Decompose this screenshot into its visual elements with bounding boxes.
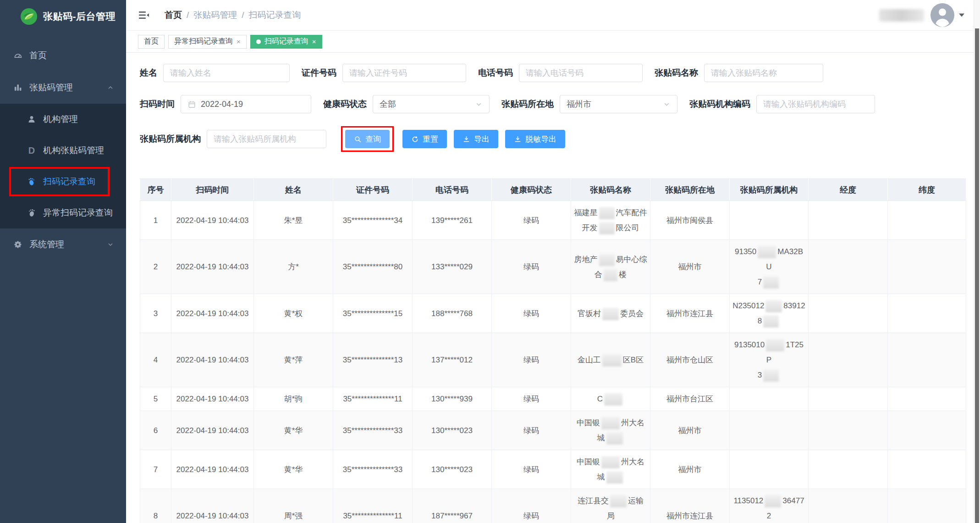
cell-org_code: [730, 450, 809, 489]
top-navbar: 首页/张贴码管理/扫码记录查询: [126, 0, 980, 31]
cell-lng: [809, 387, 888, 411]
cell-no: 4: [140, 333, 171, 387]
脱敏导出-button[interactable]: 脱敏导出: [505, 130, 565, 148]
select-健康码状态[interactable]: 全部: [373, 95, 490, 113]
col-header-org_code: 张贴码所属机构: [730, 179, 809, 201]
table-row: 72022-04-19 10:44:03黄*华35**************3…: [140, 450, 966, 489]
chevron-down-icon: [663, 100, 671, 108]
sidebar-item-system-mgmt[interactable]: 系统管理: [0, 228, 126, 261]
cell-location: 福州市连江县: [650, 294, 730, 333]
导出-button[interactable]: 导出: [454, 130, 498, 148]
cell-org_code: [730, 201, 809, 240]
input-张贴码所属机构[interactable]: 请输入张贴码所属机构: [207, 130, 326, 148]
cell-time: 2022-04-19 10:44:03: [171, 201, 254, 240]
user-area[interactable]: [879, 3, 964, 27]
tag-首页[interactable]: 首页: [138, 35, 165, 49]
重置-button[interactable]: 重置: [402, 130, 447, 148]
input-姓名[interactable]: 请输入姓名: [163, 64, 290, 82]
filter-label: 张贴码所在地: [501, 98, 554, 110]
sidebar-item-label: 系统管理: [29, 239, 64, 250]
sidebar-item-org-code-mgmt[interactable]: D机构张贴码管理: [0, 135, 126, 166]
sidebar: 张贴码-后台管理 首页张贴码管理机构管理D机构张贴码管理扫码记录查询异常扫码记录…: [0, 0, 126, 523]
sidebar-collapse-icon[interactable]: [138, 10, 151, 21]
col-header-cert: 证件号码: [333, 179, 413, 201]
breadcrumb-separator: /: [187, 10, 189, 20]
close-icon[interactable]: ×: [237, 38, 241, 45]
action-buttons: 查询重置导出脱敏导出: [338, 126, 565, 152]
col-header-lat: 纬度: [888, 179, 966, 201]
cell-time: 2022-04-19 10:44:03: [171, 387, 254, 411]
records-table: 序号扫码时间姓名证件号码电话号码健康码状态张贴码名称张贴码所在地张贴码所属机构经…: [140, 178, 966, 523]
date-picker-扫码时间[interactable]: 2022-04-19: [181, 95, 311, 113]
table-row: 52022-04-19 10:44:03胡*驹35**************1…: [140, 387, 966, 411]
cell-name: 黄*华: [254, 450, 333, 489]
filter-row-1: 姓名请输入姓名证件号码请输入证件号码电话号码请输入电话号码张贴码名称请输入张贴码…: [140, 64, 980, 82]
redaction-blur: [763, 276, 779, 289]
tag-扫码记录查询[interactable]: 扫码记录查询×: [250, 35, 322, 49]
breadcrumb-item: 张贴码管理: [193, 9, 237, 21]
select-张贴码所在地[interactable]: 福州市: [560, 95, 677, 113]
redaction-blur: [758, 246, 776, 258]
filter-label: 张贴码名称: [655, 67, 698, 79]
page-scrollbar[interactable]: [974, 0, 980, 523]
cell-org_code: 91350101T25P3: [730, 333, 809, 387]
cell-location: 福州市闽侯县: [650, 201, 730, 240]
close-icon[interactable]: ×: [312, 38, 316, 45]
sidebar-item-label: 扫码记录查询: [43, 176, 95, 188]
cell-code_name: 金山工区B区: [571, 333, 650, 387]
cell-code_name: 官坂村委员会: [571, 294, 650, 333]
button-label: 脱敏导出: [525, 134, 556, 145]
tag-label: 异常扫码记录查询: [174, 37, 233, 46]
caret-down-icon[interactable]: [959, 13, 964, 17]
sidebar-item-org-mgmt[interactable]: 机构管理: [0, 104, 126, 135]
cell-time: 2022-04-19 10:44:03: [171, 240, 254, 294]
annotation-red-box: 查询: [341, 126, 394, 152]
tags-bar: 首页异常扫码记录查询×扫码记录查询×: [126, 31, 980, 53]
cell-org_code: [730, 387, 809, 411]
download-icon: [462, 135, 470, 143]
filter-label: 证件号码: [302, 67, 336, 79]
cell-org_code: 1135012364772: [730, 489, 809, 523]
sidebar-item-scan-record-query[interactable]: 扫码记录查询: [0, 166, 126, 197]
cell-lng: [809, 201, 888, 240]
cell-phone: 139*****261: [413, 201, 492, 240]
cell-location: 福州市: [650, 411, 730, 450]
cell-health: 绿码: [492, 387, 571, 411]
cell-cert: 35**************33: [333, 450, 413, 489]
sidebar-item-label: 机构管理: [43, 113, 78, 125]
cell-time: 2022-04-19 10:44:03: [171, 411, 254, 450]
sidebar-item-code-mgmt[interactable]: 张贴码管理: [0, 72, 126, 104]
cell-location: 福州市台江区: [650, 387, 730, 411]
cell-lng: [809, 333, 888, 387]
scrollbar-thumb[interactable]: [975, 28, 979, 523]
cell-no: 7: [140, 450, 171, 489]
cell-cert: 35**************13: [333, 333, 413, 387]
col-header-time: 扫码时间: [171, 179, 254, 201]
col-header-name: 姓名: [254, 179, 333, 201]
input-证件号码[interactable]: 请输入证件号码: [342, 64, 466, 82]
input-电话号码[interactable]: 请输入电话号码: [519, 64, 643, 82]
chart-icon: [13, 83, 23, 93]
filter-label: 健康码状态: [323, 98, 367, 110]
filter-label: 张贴码所属机构: [140, 133, 201, 145]
table-row: 32022-04-19 10:44:03黄*权35**************1…: [140, 294, 966, 333]
app-window: 张贴码-后台管理 首页张贴码管理机构管理D机构张贴码管理扫码记录查询异常扫码记录…: [0, 0, 980, 523]
avatar[interactable]: [930, 3, 954, 27]
cell-code_name: 中国银州大名城: [571, 450, 650, 489]
button-label: 查询: [365, 134, 381, 145]
breadcrumb-item[interactable]: 首页: [165, 9, 182, 21]
sidebar-item-abnormal-scan-record-query[interactable]: 异常扫码记录查询: [0, 197, 126, 228]
placeholder-text: 请输入证件号码: [349, 67, 407, 78]
cell-cert: 35**************80: [333, 240, 413, 294]
redaction-blur: [599, 222, 615, 234]
breadcrumb: 首页/张贴码管理/扫码记录查询: [165, 9, 301, 21]
input-张贴码机构编码[interactable]: 请输入张贴码机构编码: [756, 95, 875, 113]
input-张贴码名称[interactable]: 请输入张贴码名称: [704, 64, 823, 82]
tag-异常扫码记录查询[interactable]: 异常扫码记录查询×: [168, 35, 247, 49]
redaction-blur: [765, 495, 781, 507]
cell-phone: 187*****967: [413, 489, 492, 523]
sidebar-item-home[interactable]: 首页: [0, 39, 126, 72]
查询-button[interactable]: 查询: [345, 130, 390, 148]
app-logo-icon: [20, 8, 38, 25]
cell-lat: [888, 450, 966, 489]
